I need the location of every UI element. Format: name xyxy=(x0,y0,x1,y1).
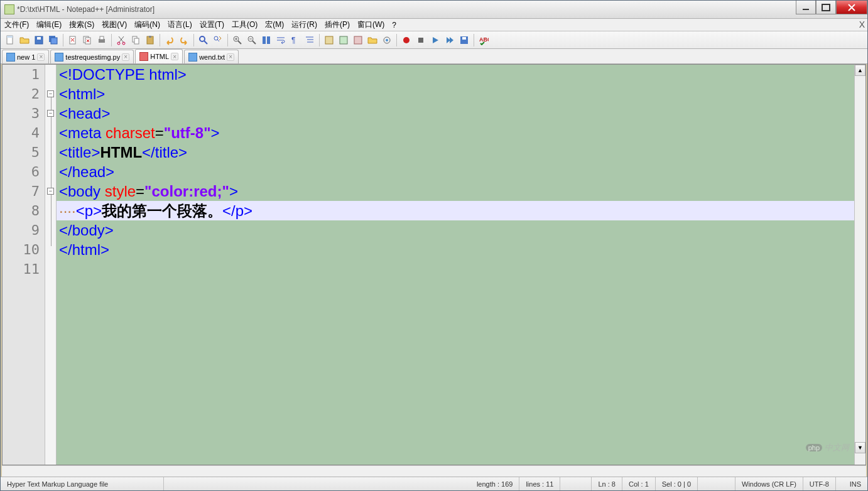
tab-label: HTML xyxy=(150,53,169,60)
line-number: 7 xyxy=(3,181,45,201)
watermark: php 中文网 xyxy=(806,442,849,453)
svg-rect-21 xyxy=(263,36,266,44)
find-button[interactable] xyxy=(197,33,210,47)
maximize-button[interactable] xyxy=(816,1,836,14)
menu-plugins[interactable]: 插件(P) xyxy=(321,19,354,30)
save-macro-button[interactable] xyxy=(457,33,471,47)
new-file-button[interactable] xyxy=(3,33,17,47)
status-mode[interactable]: INS xyxy=(836,477,867,490)
scroll-down-button[interactable]: ▼ xyxy=(855,442,865,453)
play-multi-button[interactable] xyxy=(443,33,457,47)
line-number: 11 xyxy=(3,259,45,279)
close-file-button[interactable] xyxy=(66,33,80,47)
fold-toggle-icon[interactable]: − xyxy=(47,188,54,195)
tab-new1[interactable]: new 1 × xyxy=(2,50,49,63)
zoom-in-button[interactable] xyxy=(231,33,244,47)
redo-button[interactable] xyxy=(177,33,191,47)
svg-rect-5 xyxy=(51,38,57,44)
cut-button[interactable] xyxy=(114,33,128,47)
line-number: 4 xyxy=(3,123,45,143)
menu-help[interactable]: ? xyxy=(388,21,400,30)
save-button[interactable] xyxy=(32,33,46,47)
file-modified-icon xyxy=(139,52,148,61)
code-line: <html> xyxy=(57,84,854,104)
watermark-text: 中文网 xyxy=(825,442,849,453)
tab-testrequestimg[interactable]: testrequestimg.py × xyxy=(50,50,134,63)
paste-button[interactable] xyxy=(143,33,157,47)
menubar-close-button[interactable]: X xyxy=(859,19,865,30)
close-tab-icon[interactable]: × xyxy=(171,53,178,60)
minimize-button[interactable] xyxy=(796,1,816,14)
sync-scroll-button[interactable] xyxy=(259,33,273,47)
vertical-scrollbar[interactable]: ▲ ▼ xyxy=(854,65,865,465)
file-icon xyxy=(55,53,63,62)
show-chars-button[interactable]: ¶ xyxy=(288,33,302,47)
monitor-button[interactable] xyxy=(380,33,394,47)
svg-rect-10 xyxy=(100,36,104,40)
status-eol[interactable]: Windows (CR LF) xyxy=(735,477,803,490)
close-tab-icon[interactable]: × xyxy=(122,53,129,61)
menu-tools[interactable]: 工具(O) xyxy=(228,19,261,30)
print-button[interactable] xyxy=(95,33,109,47)
play-macro-button[interactable] xyxy=(428,33,442,47)
wordwrap-button[interactable] xyxy=(274,33,288,47)
line-number: 2 xyxy=(3,84,45,104)
svg-text:¶: ¶ xyxy=(291,36,295,45)
titlebar[interactable]: *D:\txt\HTML - Notepad++ [Administrator] xyxy=(1,1,867,19)
status-encoding[interactable]: UTF-8 xyxy=(803,477,836,490)
close-tab-icon[interactable]: × xyxy=(37,53,45,61)
code-line: <!DOCTYPE html> xyxy=(57,65,854,84)
menu-language[interactable]: 语言(L) xyxy=(164,19,196,30)
folder-doc-button[interactable] xyxy=(322,33,336,47)
menu-search[interactable]: 搜索(S) xyxy=(65,19,98,30)
fold-gutter[interactable]: − − − xyxy=(45,65,57,465)
menu-encoding[interactable]: 编码(N) xyxy=(131,19,164,30)
menu-settings[interactable]: 设置(T) xyxy=(196,19,228,30)
line-number-gutter[interactable]: 1 2 3 4 5 6 7 8 9 10 11 xyxy=(3,65,45,465)
line-number: 10 xyxy=(3,240,45,259)
tab-wend[interactable]: wend.txt × xyxy=(184,50,239,63)
open-file-button[interactable] xyxy=(18,33,31,47)
menu-run[interactable]: 运行(R) xyxy=(288,19,321,30)
tab-html[interactable]: HTML × xyxy=(135,49,183,63)
save-all-button[interactable] xyxy=(46,33,60,47)
fold-toggle-icon[interactable]: − xyxy=(47,90,54,97)
indent-guide-button[interactable] xyxy=(303,33,317,47)
stop-macro-button[interactable] xyxy=(414,33,428,47)
zoom-out-button[interactable] xyxy=(245,33,259,47)
close-tab-icon[interactable]: × xyxy=(227,53,234,61)
folder-workspace-button[interactable] xyxy=(366,33,379,47)
code-area[interactable]: <!DOCTYPE html> <html> <head> <meta char… xyxy=(57,65,854,465)
code-line: </html> xyxy=(57,240,854,259)
scroll-up-button[interactable]: ▲ xyxy=(855,65,865,76)
svg-point-29 xyxy=(403,37,410,43)
func-list-button[interactable] xyxy=(351,33,365,47)
svg-rect-16 xyxy=(149,36,151,38)
menu-window[interactable]: 窗口(W) xyxy=(354,19,388,30)
app-window: *D:\txt\HTML - Notepad++ [Administrator]… xyxy=(0,0,868,491)
menu-macro[interactable]: 宏(M) xyxy=(261,19,288,30)
fold-toggle-icon[interactable]: − xyxy=(47,110,54,117)
status-lines: lines : 11 xyxy=(519,477,560,490)
close-all-button[interactable] xyxy=(80,33,94,47)
app-icon xyxy=(4,4,14,14)
svg-rect-1 xyxy=(7,36,13,38)
code-line-current: ····<p>我的第一个段落。</p> xyxy=(57,201,854,220)
close-window-button[interactable] xyxy=(836,1,867,14)
spellcheck-button[interactable]: ABC xyxy=(477,33,491,47)
record-macro-button[interactable] xyxy=(399,33,413,47)
toolbar: ¶ ABC xyxy=(1,31,867,49)
svg-rect-22 xyxy=(267,36,270,44)
tab-label: new 1 xyxy=(17,53,35,61)
copy-button[interactable] xyxy=(129,33,143,47)
undo-button[interactable] xyxy=(163,33,176,47)
menu-view[interactable]: 视图(V) xyxy=(98,19,131,30)
code-line: <meta charset="utf-8"> xyxy=(57,123,854,143)
horizontal-scrollbar[interactable] xyxy=(2,465,866,477)
doc-map-button[interactable] xyxy=(337,33,350,47)
menu-file[interactable]: 文件(F) xyxy=(1,19,33,30)
menu-edit[interactable]: 编辑(E) xyxy=(33,19,65,30)
code-line xyxy=(57,259,854,279)
replace-button[interactable] xyxy=(211,33,225,47)
status-length: length : 169 xyxy=(470,477,520,490)
